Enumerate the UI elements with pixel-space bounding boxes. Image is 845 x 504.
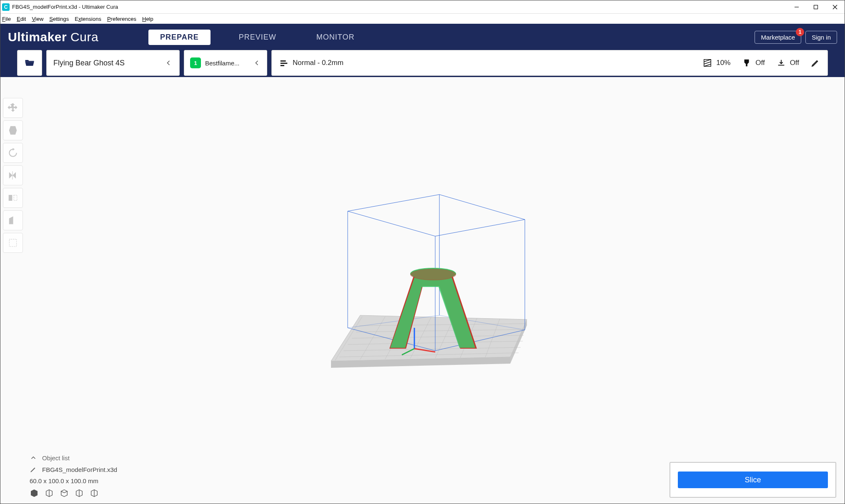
menu-file[interactable]: File — [2, 16, 11, 22]
view-top-icon[interactable] — [60, 489, 69, 498]
object-filename[interactable]: FBG4S_modelForPrint.x3d — [42, 466, 117, 473]
printer-selector[interactable]: Flying Bear Ghost 4S — [46, 50, 180, 76]
brand-logo: Ultimaker Cura — [8, 30, 98, 44]
printer-name: Flying Bear Ghost 4S — [53, 59, 125, 67]
pencil-icon[interactable] — [30, 466, 37, 473]
infill-segment: 10% — [703, 58, 730, 67]
tab-monitor[interactable]: MONITOR — [305, 30, 366, 45]
menu-extensions[interactable]: Extensions — [75, 16, 101, 22]
profile-segment: Normal - 0.2mm — [279, 58, 344, 67]
support-label: Off — [755, 59, 765, 67]
infill-icon — [703, 58, 712, 67]
print-settings-panel[interactable]: Normal - 0.2mm 10% Off Off — [271, 50, 828, 76]
app-header: Ultimaker Cura PREPARE PREVIEW MONITOR M… — [0, 24, 845, 50]
svg-line-10 — [704, 64, 711, 67]
3d-viewport[interactable] — [0, 77, 845, 504]
object-dimensions: 60.0 x 100.0 x 100.0 mm — [30, 477, 98, 484]
adhesion-icon — [777, 58, 786, 67]
profile-label: Normal - 0.2mm — [293, 59, 344, 67]
tab-prepare[interactable]: PREPARE — [148, 30, 211, 45]
support-icon — [742, 58, 751, 67]
infill-label: 10% — [716, 59, 730, 67]
window-title: FBG4S_modelForPrint.x3d - Ultimaker Cura — [12, 4, 118, 10]
svg-line-8 — [704, 60, 711, 62]
slice-panel: Slice — [669, 462, 836, 498]
marketplace-button[interactable]: Marketplace 1 — [755, 31, 801, 44]
menu-bar: File Edit View Settings Extensions Prefe… — [0, 14, 845, 24]
svg-marker-16 — [331, 315, 527, 361]
slice-button[interactable]: Slice — [678, 472, 828, 488]
viewport-area: Object list FBG4S_modelForPrint.x3d 60.0… — [0, 77, 845, 504]
chevron-left-icon — [253, 59, 261, 67]
minimize-button[interactable] — [787, 0, 806, 14]
object-list: Object list FBG4S_modelForPrint.x3d 60.0… — [30, 454, 117, 498]
menu-edit[interactable]: Edit — [17, 16, 26, 22]
view-orientation-row — [30, 489, 117, 498]
edit-icon[interactable] — [811, 58, 820, 67]
svg-rect-1 — [814, 5, 818, 9]
signin-button[interactable]: Sign in — [805, 31, 837, 44]
view-front-icon[interactable] — [45, 489, 54, 498]
extruder-badge: 1 — [190, 57, 201, 68]
menu-settings[interactable]: Settings — [49, 16, 69, 22]
adhesion-label: Off — [790, 59, 799, 67]
stage-tabs: PREPARE PREVIEW MONITOR — [148, 30, 366, 45]
svg-line-9 — [704, 62, 711, 64]
chevron-up-icon[interactable] — [30, 454, 37, 462]
object-list-header[interactable]: Object list — [42, 454, 70, 462]
title-bar: C FBG4S_modelForPrint.x3d - Ultimaker Cu… — [0, 0, 845, 14]
view-right-icon[interactable] — [90, 489, 99, 498]
tab-preview[interactable]: PREVIEW — [227, 30, 288, 45]
folder-open-icon — [24, 57, 35, 69]
menu-help[interactable]: Help — [142, 16, 153, 22]
brand-light: Cura — [70, 30, 98, 44]
marketplace-badge: 1 — [796, 28, 804, 36]
brand-bold: Ultimaker — [8, 30, 67, 44]
chevron-left-icon — [164, 59, 173, 67]
maximize-button[interactable] — [806, 0, 825, 14]
close-button[interactable] — [825, 0, 845, 14]
view-left-icon[interactable] — [75, 489, 84, 498]
svg-point-40 — [410, 269, 456, 280]
config-bar: Flying Bear Ghost 4S 1 Bestfilame... Nor… — [17, 50, 828, 76]
open-file-button[interactable] — [17, 50, 42, 76]
adhesion-segment: Off — [777, 58, 799, 67]
material-selector[interactable]: 1 Bestfilame... — [184, 50, 267, 76]
support-segment: Off — [742, 58, 765, 67]
view-3d-icon[interactable] — [30, 489, 39, 498]
marketplace-label: Marketplace — [761, 34, 795, 41]
layers-icon — [279, 58, 288, 67]
menu-view[interactable]: View — [32, 16, 43, 22]
menu-preferences[interactable]: Preferences — [107, 16, 136, 22]
app-icon: C — [2, 3, 10, 11]
material-label: Bestfilame... — [205, 60, 248, 67]
